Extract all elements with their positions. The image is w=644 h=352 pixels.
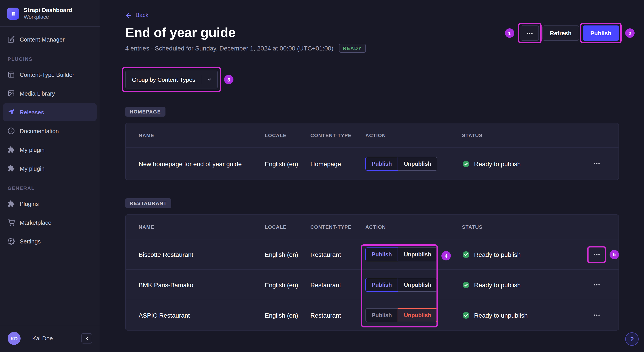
row-more-button[interactable]: [590, 309, 603, 321]
entry-locale: English (en): [265, 312, 310, 319]
check-circle-icon: [462, 311, 470, 319]
sidebar-item-label: My plugin: [20, 165, 44, 172]
annotation-wrap-3: Group by Content-Types 3: [125, 71, 218, 88]
column-name: NAME: [139, 224, 265, 230]
entry-name: ASPIC Restaurant: [139, 312, 265, 319]
workspace-text: Strapi Dashboard Workplace: [24, 7, 72, 20]
release-subtitle: 4 entries - Scheduled for Sunday, Decemb…: [125, 44, 334, 52]
sidebar-item-label: My plugin: [20, 146, 44, 153]
action-toggle: Publish Unpublish: [366, 247, 438, 261]
entry-content-type: Restaurant: [310, 251, 366, 258]
entry-content-type: Restaurant: [310, 281, 366, 288]
sidebar-item-settings[interactable]: Settings: [0, 232, 100, 250]
table-row[interactable]: BMK Paris-Bamako English (en) Restaurant…: [126, 269, 618, 300]
action-toggle: Publish Unpublish: [366, 308, 438, 322]
back-link[interactable]: Back: [125, 11, 148, 19]
publish-release-button[interactable]: Publish: [583, 25, 619, 41]
row-more-button[interactable]: [590, 279, 603, 291]
pencil-icon: [8, 36, 15, 43]
homepage-table: NAME LOCALE CONTENT-TYPE ACTION STATUS N…: [125, 123, 619, 180]
refresh-button[interactable]: Refresh: [542, 25, 579, 41]
publish-action-button[interactable]: Publish: [366, 157, 398, 171]
ellipsis-icon: [593, 160, 600, 168]
sidebar-item-label: Marketplace: [20, 219, 52, 226]
sidebar-item-label: Settings: [20, 238, 41, 245]
group-by-select[interactable]: Group by Content-Types: [125, 71, 218, 88]
check-circle-icon: [462, 160, 470, 168]
ellipsis-icon: [593, 251, 600, 258]
publish-action-button[interactable]: Publish: [366, 278, 398, 292]
workspace-title: Strapi Dashboard: [24, 7, 72, 14]
sidebar-footer: KD Kai Doe: [0, 326, 100, 352]
layout-icon: [8, 71, 15, 78]
row-more-button[interactable]: [590, 249, 603, 260]
row-more-button[interactable]: [590, 158, 603, 170]
sidebar-section-general: GENERAL: [0, 178, 100, 194]
sidebar-nav: Content Manager PLUGINS Content-Type Bui…: [0, 27, 100, 251]
release-more-actions-button[interactable]: [520, 25, 539, 41]
sidebar: Strapi Dashboard Workplace Content Manag…: [0, 0, 100, 352]
column-locale: LOCALE: [265, 224, 310, 230]
publish-action-button[interactable]: Publish: [366, 247, 398, 261]
content-group-homepage: HOMEPAGE NAME LOCALE CONTENT-TYPE ACTION…: [125, 107, 619, 180]
user-name: Kai Doe: [32, 335, 53, 342]
sidebar-item-marketplace[interactable]: Marketplace: [0, 213, 100, 231]
table-row[interactable]: Biscotte Restaurant English (en) Restaur…: [126, 239, 618, 269]
restaurant-table: NAME LOCALE CONTENT-TYPE ACTION STATUS B…: [125, 214, 619, 331]
image-icon: [8, 90, 15, 97]
collapse-sidebar-button[interactable]: [82, 333, 92, 344]
table-header: NAME LOCALE CONTENT-TYPE ACTION STATUS: [126, 123, 618, 147]
ellipsis-icon: [593, 311, 600, 319]
sidebar-item-my-plugin-2[interactable]: My plugin: [0, 160, 100, 177]
sidebar-item-label: Content Manager: [20, 36, 64, 43]
back-label: Back: [136, 11, 148, 19]
ellipsis-icon: [593, 281, 600, 289]
help-button[interactable]: ?: [625, 332, 639, 346]
table-row[interactable]: New homepage for end of year guide Engli…: [126, 147, 618, 179]
puzzle-icon: [8, 165, 15, 172]
unpublish-action-button[interactable]: Unpublish: [398, 308, 438, 322]
avatar[interactable]: KD: [8, 332, 20, 345]
sidebar-item-label: Plugins: [20, 200, 39, 207]
column-content-type: CONTENT-TYPE: [310, 224, 366, 230]
column-name: NAME: [139, 133, 265, 138]
entry-name: BMK Paris-Bamako: [139, 281, 265, 288]
sidebar-item-my-plugin-1[interactable]: My plugin: [0, 141, 100, 159]
check-circle-icon: [462, 281, 470, 289]
sidebar-item-content-manager[interactable]: Content Manager: [0, 30, 100, 48]
check-circle-icon: [462, 250, 470, 258]
strapi-logo: [7, 7, 19, 20]
entry-name: New homepage for end of year guide: [139, 160, 265, 167]
sidebar-section-plugins: PLUGINS: [0, 49, 100, 65]
column-locale: LOCALE: [265, 133, 310, 138]
sidebar-item-plugins[interactable]: Plugins: [0, 195, 100, 213]
sidebar-item-content-type-builder[interactable]: Content-Type Builder: [0, 66, 100, 84]
sidebar-item-documentation[interactable]: Documentation: [0, 122, 100, 140]
entry-status: Ready to unpublish: [474, 312, 528, 319]
page-title: End of year guide: [125, 24, 236, 41]
annotation-wrap-5: 5: [590, 249, 603, 260]
publish-action-button[interactable]: Publish: [366, 308, 398, 322]
column-content-type: CONTENT-TYPE: [310, 133, 366, 138]
cart-icon: [8, 219, 15, 226]
group-badge-restaurant: RESTAURANT: [125, 198, 171, 208]
unpublish-action-button[interactable]: Unpublish: [398, 278, 438, 292]
chevron-left-icon: [84, 336, 89, 341]
unpublish-action-button[interactable]: Unpublish: [398, 247, 438, 261]
annotation-badge-1: 1: [505, 28, 514, 38]
unpublish-action-button[interactable]: Unpublish: [398, 157, 438, 171]
table-header: NAME LOCALE CONTENT-TYPE ACTION STATUS: [126, 215, 618, 239]
action-toggle: Publish Unpublish: [366, 278, 438, 292]
sidebar-item-media-library[interactable]: Media Library: [0, 84, 100, 102]
sidebar-item-releases[interactable]: Releases: [3, 103, 96, 121]
entry-status: Ready to publish: [474, 281, 521, 288]
app-window: Strapi Dashboard Workplace Content Manag…: [0, 0, 644, 352]
arrow-left-icon: [125, 12, 132, 18]
entry-content-type: Homepage: [310, 160, 366, 167]
group-by-value: Group by Content-Types: [132, 76, 195, 83]
annotation-badge-3: 3: [224, 75, 234, 84]
content-group-restaurant: RESTAURANT NAME LOCALE CONTENT-TYPE ACTI…: [125, 198, 619, 331]
workspace-switcher[interactable]: Strapi Dashboard Workplace: [0, 0, 100, 26]
sidebar-item-label: Media Library: [20, 90, 55, 97]
table-row[interactable]: ASPIC Restaurant English (en) Restaurant…: [126, 300, 618, 330]
